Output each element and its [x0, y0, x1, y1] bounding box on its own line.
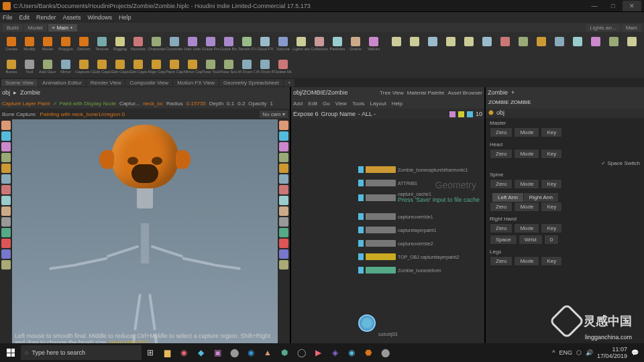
shelf-tool[interactable]: Lights and [292, 34, 310, 54]
minimize-button[interactable]: — [585, 1, 604, 11]
wifi-icon[interactable]: ⬡ [576, 349, 582, 356]
shelf-tool[interactable]: · [605, 34, 623, 54]
shelf-tab-main2[interactable]: Main [622, 24, 641, 32]
path-obj[interactable]: obj [2, 89, 10, 96]
task-view-icon[interactable]: ⊞ [142, 345, 158, 361]
app-icon[interactable]: ◉ [343, 345, 360, 361]
viewport-tool[interactable] [1, 239, 11, 248]
viewport-tool[interactable] [1, 206, 11, 216]
viewport-tool[interactable] [279, 185, 288, 194]
shelf-tool[interactable]: · [623, 34, 641, 54]
radius-value[interactable]: 0.15735 [186, 101, 206, 107]
shelf-tool[interactable]: · [569, 34, 586, 54]
shelf-tool[interactable]: Null [21, 56, 38, 76]
firefox-icon[interactable]: ◉ [176, 345, 192, 361]
menu-assets[interactable]: Assets [63, 14, 81, 21]
shelf-tool[interactable]: · [496, 34, 514, 54]
app-icon[interactable]: ◉ [243, 345, 259, 361]
shelf-tool[interactable]: Delete Muscle [274, 56, 292, 76]
shelf-tool[interactable]: · [478, 34, 496, 54]
shelf-tool[interactable]: Add Geometry [39, 56, 56, 76]
network-node[interactable]: Zombie_bonecapturebiharmonic1 [358, 166, 468, 173]
menu-help[interactable]: Help [119, 14, 131, 21]
viewport-tool[interactable] [279, 239, 288, 248]
shelf-tool[interactable]: IK From Bones [256, 56, 274, 76]
pane-tab[interactable]: Motion FX View [173, 79, 219, 86]
param-button[interactable]: Key [541, 179, 562, 189]
shelf-tool[interactable]: Hair Utils [184, 34, 201, 54]
pane-tab[interactable]: Geometry Spreadsheet [219, 79, 283, 86]
shelf-tab-lights[interactable]: Lights an... [586, 24, 621, 32]
shelf-tool[interactable]: Modify [21, 34, 38, 54]
param-button[interactable]: Key [541, 202, 562, 212]
param-tab[interactable]: Right Arm [524, 193, 558, 202]
app-icon[interactable]: ◯ [293, 345, 309, 361]
tool-mode[interactable]: ✓ Paint with Display Node [53, 101, 116, 107]
viewport-tool[interactable] [279, 174, 288, 184]
param-button[interactable]: Zero [490, 202, 513, 212]
shelf-tool[interactable]: · [533, 34, 550, 54]
param-button[interactable]: Key [541, 127, 562, 137]
viewport-tool[interactable] [279, 153, 288, 162]
shelf-tool[interactable]: Rigging [111, 34, 129, 54]
network-node[interactable]: capturelayerpaint1 [358, 227, 437, 233]
shelf-tab-main[interactable]: + Main + [48, 24, 77, 32]
shelf-tool[interactable]: Particles [329, 34, 346, 54]
close-button[interactable]: ✕ [623, 1, 641, 11]
app-icon[interactable]: ▲ [260, 345, 276, 361]
clock-time[interactable]: 11:07 [597, 346, 627, 353]
shelf-tool[interactable]: Model [39, 34, 56, 54]
no-cam-button[interactable]: No cam ▾ [260, 111, 288, 118]
param-button[interactable]: Key [541, 223, 562, 233]
viewport-tool[interactable] [279, 164, 288, 173]
param-button[interactable]: Mode [514, 127, 539, 137]
viewport-tool[interactable] [279, 217, 288, 227]
param-button[interactable]: Zero [490, 256, 513, 266]
shelf-tool[interactable]: Constraints [166, 34, 183, 54]
notifications-icon[interactable]: 💬 [631, 349, 639, 356]
param-checkbox[interactable]: ✓ Space Switch [490, 159, 640, 168]
app-icon[interactable]: ▶ [310, 345, 326, 361]
volume-icon[interactable]: 🔊 [586, 349, 593, 356]
param-button[interactable]: Mode [514, 256, 539, 266]
shelf-tab-build[interactable]: Build [3, 24, 23, 32]
param-button[interactable]: Mode [514, 149, 539, 159]
app-icon[interactable]: ◆ [193, 345, 209, 361]
search-box[interactable]: ○ Type here to search [21, 345, 142, 360]
viewport-tool[interactable] [279, 228, 288, 237]
param-button[interactable]: Mode [514, 223, 539, 233]
shelf-tool[interactable]: Grains [347, 34, 364, 54]
shelf-tool[interactable]: IK From Objects [238, 56, 256, 76]
menu-edit[interactable]: Edit [19, 14, 30, 21]
viewport-tool[interactable] [279, 260, 288, 269]
shelf-tool[interactable]: Create [3, 34, 20, 54]
param-button[interactable]: Zero [490, 179, 513, 189]
param-field[interactable]: Space [490, 235, 517, 245]
viewport-tool[interactable] [1, 228, 11, 237]
app-icon[interactable]: ⬤ [377, 345, 393, 361]
lang-indicator[interactable]: ENG [559, 349, 572, 356]
shelf-tool[interactable]: · [460, 34, 478, 54]
pane-tab[interactable]: + [284, 79, 295, 86]
param-button[interactable]: Key [541, 149, 562, 159]
shelf-tool[interactable]: Edit Capture Weights [111, 56, 129, 76]
shelf-tool[interactable]: · [587, 34, 604, 54]
flag-magenta[interactable] [449, 111, 455, 117]
shelf-tool[interactable]: · [551, 34, 568, 54]
viewport-tool[interactable] [1, 196, 11, 205]
shelf-tool[interactable]: Collisions [311, 34, 328, 54]
viewport-tool[interactable] [1, 131, 11, 141]
tray-icon[interactable]: ^ [552, 349, 555, 356]
viewport-tool[interactable] [1, 249, 11, 259]
shelf-tool[interactable]: · [406, 34, 423, 54]
shelf-tool[interactable]: Character [148, 34, 165, 54]
shelf-tool[interactable]: Texture [93, 34, 111, 54]
viewport-tool[interactable] [1, 217, 11, 227]
pane-tab[interactable]: Render View [87, 79, 125, 86]
viewport-tool[interactable] [1, 121, 11, 130]
viewport-tool[interactable] [1, 174, 11, 184]
network-node[interactable]: capture_cache1Press 'Save' input to file… [358, 192, 480, 203]
network-view[interactable]: Geometry subobj03 Zombie_bonecapturebiha… [291, 119, 484, 349]
shelf-tool[interactable]: Guide Process [202, 34, 219, 54]
param-button[interactable]: Mode [514, 202, 539, 212]
